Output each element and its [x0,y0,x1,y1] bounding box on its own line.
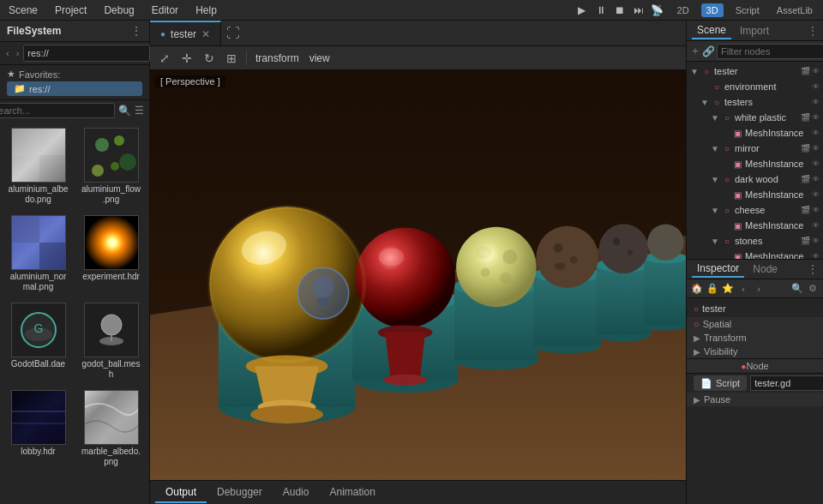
list-item[interactable]: G GodotBall.dae [3,299,73,383]
res-item[interactable]: 📁 res:// [7,81,142,96]
list-view-icon[interactable]: ☰ [135,105,144,117]
movie-icon[interactable]: 🎬 [801,175,810,183]
expand-viewport-btn[interactable]: ⛶ [221,26,245,41]
inspector-search-btn[interactable]: 🔍 [790,282,804,296]
filter-btn[interactable]: ⭐ [721,282,735,296]
visibility-section[interactable]: ▶ Visibility [687,345,823,358]
tree-node-cheese[interactable]: ▼ ○ cheese 🎬 👁 [687,202,823,218]
movie-icon[interactable]: 🎬 [801,67,810,75]
eye-icon[interactable]: 👁 [812,159,820,168]
import-tab[interactable]: Import [735,23,774,39]
inspector-tab[interactable]: Inspector [692,261,744,278]
tab-close-btn[interactable]: ✕ [201,28,210,40]
tree-node-testers[interactable]: ▼ ○ testers 👁 [687,94,823,110]
stop-button[interactable]: ⏹ [612,3,628,18]
mode-3d[interactable]: 3D [701,3,724,17]
menu-editor[interactable]: Editor [148,3,182,18]
eye-icon[interactable]: 👁 [812,82,820,91]
viewport[interactable]: [ Perspective ] [150,70,686,480]
search-icon[interactable]: 🔍 [118,105,131,117]
tab-audio[interactable]: Audio [273,483,320,503]
nav-prev-btn[interactable]: ‹ [736,282,750,296]
eye-icon[interactable]: 👁 [812,190,820,199]
eye-icon[interactable]: 👁 [812,221,820,230]
transform-section[interactable]: ▶ Transform [687,331,823,345]
tree-node-mesh-2[interactable]: ▶ ▣ MeshInstance 👁 [687,156,823,171]
view-label[interactable]: view [306,52,333,64]
scene-menu-btn[interactable]: ⋮ [808,25,818,37]
tree-node-white-plastic[interactable]: ▼ ○ white plastic 🎬 👁 [687,110,823,125]
spatial-section[interactable]: ○ Spatial [687,317,823,331]
node-tab[interactable]: Node [748,261,783,277]
step-button[interactable]: ⏭ [631,3,646,18]
mode-script[interactable]: Script [730,3,765,17]
path-input[interactable] [23,45,150,62]
spatial-icon: ○ [711,82,723,92]
eye-icon[interactable]: 👁 [812,175,820,183]
script-button[interactable]: 📄 Script [694,375,747,391]
list-item[interactable]: experiment.hdr [76,212,146,296]
tree-node-mesh-5[interactable]: ▶ ▣ MeshInstance 👁 [687,249,823,259]
eye-icon[interactable]: 👁 [812,129,820,137]
scale-tool-btn[interactable]: ⊞ [222,49,241,68]
remote-button[interactable]: 📡 [650,3,665,18]
rotate-tool-btn[interactable]: ↻ [200,49,219,68]
menu-project[interactable]: Project [51,3,90,18]
tree-node-mirror[interactable]: ▼ ○ mirror 🎬 👁 [687,141,823,156]
nav-forward[interactable]: › [14,47,22,59]
inspector-settings-btn[interactable]: ⚙ [806,282,820,296]
play-button[interactable]: ▶ [574,3,590,18]
pause-button[interactable]: ⏸ [593,3,609,18]
tree-node-tester[interactable]: ▼ ○ tester 🎬 👁 [687,63,823,79]
pause-section[interactable]: ▶ Pause [687,393,823,406]
eye-icon[interactable]: 👁 [812,252,820,259]
file-search[interactable] [0,103,115,118]
movie-icon[interactable]: 🎬 [801,206,810,214]
menu-debug[interactable]: Debug [100,3,137,18]
eye-icon[interactable]: 👁 [812,237,820,245]
link-node-btn[interactable]: 🔗 [702,44,715,59]
movie-icon[interactable]: 🎬 [801,144,810,153]
movie-icon[interactable]: 🎬 [801,237,810,245]
mode-assetlib[interactable]: AssetLib [772,3,818,17]
history-back-btn[interactable]: 🏠 [690,282,704,296]
scene-tab[interactable]: Scene [692,22,731,39]
nav-back[interactable]: ‹ [3,47,12,59]
nav-next-btn[interactable]: › [752,282,766,296]
eye-icon[interactable]: 👁 [812,144,820,153]
movie-icon[interactable]: 🎬 [801,113,810,122]
list-item[interactable]: godot_ball.mes h [76,299,146,383]
tree-node-mesh-1[interactable]: ▶ ▣ MeshInstance 👁 [687,125,823,141]
tree-node-mesh-4[interactable]: ▶ ▣ MeshInstance 👁 [687,218,823,233]
history-fwd-btn[interactable]: 🔒 [706,282,719,296]
mode-2d[interactable]: 2D [672,3,694,17]
move-tool-btn[interactable]: ✛ [177,49,196,68]
tab-debugger[interactable]: Debugger [207,483,273,503]
list-item[interactable]: marble_albedo. png [76,387,146,471]
eye-icon[interactable]: 👁 [812,98,820,106]
list-item[interactable]: aluminium_flow .png [76,124,146,208]
menu-help[interactable]: Help [192,3,220,18]
eye-icon[interactable]: 👁 [812,113,820,122]
eye-icon[interactable]: 👁 [812,67,820,75]
svg-rect-2 [39,155,65,183]
select-tool-btn[interactable]: ⤢ [155,49,174,68]
add-node-btn[interactable]: ＋ [690,44,700,59]
tree-node-environment[interactable]: ▶ ○ environment 👁 [687,79,823,94]
script-value-input[interactable] [750,375,823,391]
inspector-menu-btn[interactable]: ⋮ [808,263,818,275]
tab-output[interactable]: Output [155,483,207,503]
tree-node-mesh-3[interactable]: ▶ ▣ MeshInstance 👁 [687,187,823,202]
tree-node-stones[interactable]: ▼ ○ stones 🎬 👁 [687,233,823,249]
tree-node-dark-wood[interactable]: ▼ ○ dark wood 🎬 👁 [687,171,823,187]
tab-animation[interactable]: Animation [319,483,385,503]
filesystem-menu-btn[interactable]: ⋮ [130,24,142,38]
list-item[interactable]: aluminium_nor mal.png [3,212,73,296]
transform-label[interactable]: transform [252,52,303,64]
eye-icon[interactable]: 👁 [812,206,820,214]
menu-scene[interactable]: Scene [5,3,41,18]
list-item[interactable]: aluminium_albe do.png [3,124,73,208]
filter-nodes-input[interactable] [717,44,823,59]
tab-tester[interactable]: ● tester ✕ [150,21,221,45]
list-item[interactable]: lobby.hdr [3,387,73,471]
